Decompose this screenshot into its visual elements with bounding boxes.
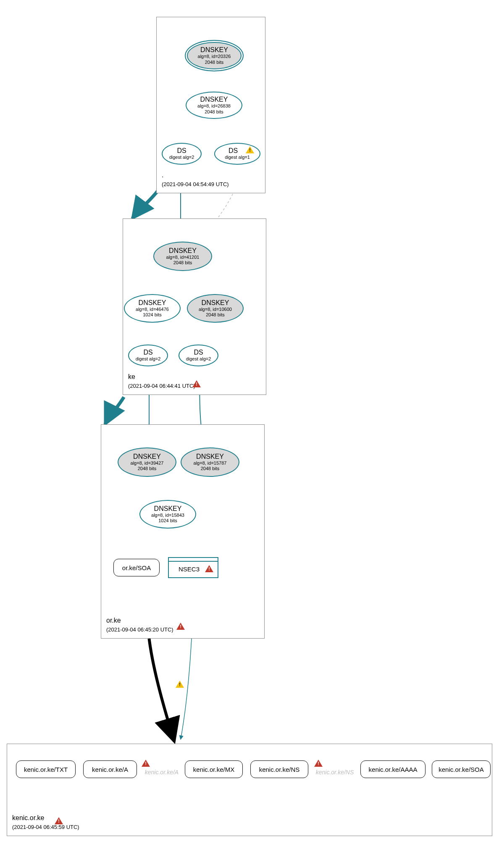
ke-dsb-title: DS	[194, 349, 203, 356]
ke-key2-l2: 2048 bits	[206, 312, 225, 318]
node-leaf-mx: kenic.or.ke/MX	[185, 760, 243, 778]
orke-ksk1-l2: 2048 bits	[138, 466, 157, 471]
ke-zsk-title: DNSKEY	[139, 299, 166, 307]
orke-ksk1-title: DNSKEY	[133, 453, 161, 460]
ke-zsk-l2: 1024 bits	[143, 312, 162, 318]
error-icon: !	[314, 760, 323, 767]
leaf-ns-label: kenic.or.ke/NS	[259, 766, 300, 773]
error-icon: !	[176, 623, 185, 630]
node-orke-soa: or.ke/SOA	[113, 559, 160, 576]
node-leaf-aaaa: kenic.or.ke/AAAA	[360, 760, 425, 778]
node-ke-ds-b: DS digest alg=2	[179, 345, 218, 366]
node-leaf-a: kenic.or.ke/A	[83, 760, 137, 778]
ke-key2-l1: alg=8, id=10600	[199, 307, 232, 312]
orke-ksk2-l1: alg=8, id=15787	[194, 460, 227, 466]
orke-zsk-l1: alg=8, id=15843	[151, 513, 184, 518]
leaf-txt-label: kenic.or.ke/TXT	[24, 766, 68, 773]
zone-orke-ts: (2021-09-04 06:45:20 UTC)	[106, 626, 173, 633]
node-ke-ds-a: DS digest alg=2	[128, 345, 168, 366]
diagram-canvas: . (2021-09-04 04:54:49 UTC) DNSKEY alg=8…	[0, 0, 499, 868]
root-ds2-l1: digest alg=2	[169, 155, 194, 160]
node-ke-zsk: DNSKEY alg=8, id=46476 1024 bits	[124, 294, 181, 323]
root-ksk-l2: 2048 bits	[205, 60, 224, 65]
zone-ke-name: ke	[128, 373, 135, 380]
root-ds1-title: DS	[228, 147, 246, 155]
orke-soa-label: or.ke/SOA	[122, 564, 151, 571]
node-ke-key2: DNSKEY alg=8, id=10600 2048 bits	[187, 294, 244, 323]
root-ds1-l1: digest alg=1	[225, 155, 250, 160]
leaf-mx-label: kenic.or.ke/MX	[193, 766, 234, 773]
leaf-soa-label: kenic.or.ke/SOA	[439, 766, 484, 773]
zone-root-name: .	[162, 171, 163, 179]
orke-ksk2-title: DNSKEY	[196, 453, 224, 460]
node-orke-zsk: DNSKEY alg=8, id=15843 1024 bits	[139, 500, 196, 529]
leaf-aaaa-label: kenic.or.ke/AAAA	[369, 766, 418, 773]
leaf-a-label: kenic.or.ke/A	[92, 766, 128, 773]
ke-ksk-l1: alg=8, id=41201	[166, 255, 200, 260]
zone-leaf-name: kenic.or.ke	[12, 814, 44, 821]
node-ke-ksk: DNSKEY alg=8, id=41201 2048 bits	[153, 242, 212, 271]
ke-ksk-title: DNSKEY	[169, 247, 197, 255]
orke-ksk2-l2: 2048 bits	[201, 466, 220, 471]
root-ksk-title: DNSKEY	[200, 46, 228, 54]
zone-orke-name: or.ke	[106, 617, 121, 624]
warning-icon: !	[246, 146, 254, 153]
zone-leaf-label: kenic.or.ke (2021-09-04 06:45:59 UTC)	[12, 813, 79, 831]
zone-root-ts: (2021-09-04 04:54:49 UTC)	[162, 181, 229, 187]
root-zsk-title: DNSKEY	[200, 96, 228, 103]
leaf-ns-ghost-label: kenic.or.ke/NS	[316, 769, 354, 776]
orke-zsk-l2: 1024 bits	[158, 518, 177, 523]
zone-root-label: . (2021-09-04 04:54:49 UTC)	[162, 171, 229, 189]
node-leaf-a-ghost: kenic.or.ke/A	[141, 768, 183, 776]
node-root-ksk: DNSKEY alg=8, id=20326 2048 bits	[185, 40, 244, 71]
zone-orke-label: or.ke (2021-09-04 06:45:20 UTC)	[106, 616, 173, 634]
ke-zsk-l1: alg=8, id=46476	[136, 307, 169, 312]
node-root-ds2: DS digest alg=2	[162, 143, 202, 165]
error-icon: !	[55, 817, 63, 824]
orke-ksk1-l1: alg=8, id=39427	[131, 460, 164, 466]
error-icon: !	[142, 760, 150, 767]
warning-icon: !	[176, 681, 184, 688]
zone-leaf-ts: (2021-09-04 06:45:59 UTC)	[12, 824, 79, 830]
node-leaf-txt: kenic.or.ke/TXT	[16, 760, 76, 778]
ke-dsb-l1: digest alg=2	[186, 356, 211, 362]
zone-ke-ts: (2021-09-04 06:44:41 UTC)	[128, 383, 195, 389]
zone-ke-label: ke (2021-09-04 06:44:41 UTC)	[128, 372, 195, 390]
node-orke-ksk1: DNSKEY alg=8, id=39427 2048 bits	[118, 447, 176, 477]
ke-dsa-title: DS	[143, 349, 152, 356]
orke-nsec3-label: NSEC3	[179, 563, 208, 573]
zone-leaf: kenic.or.ke (2021-09-04 06:45:59 UTC)	[7, 744, 492, 836]
error-icon: !	[205, 565, 213, 572]
ke-dsa-l1: digest alg=2	[136, 356, 161, 362]
leaf-a-ghost-label: kenic.or.ke/A	[145, 769, 179, 776]
error-icon: !	[192, 380, 201, 387]
node-leaf-soa: kenic.or.ke/SOA	[432, 760, 491, 778]
node-orke-ksk2: DNSKEY alg=8, id=15787 2048 bits	[181, 447, 239, 477]
root-zsk-l1: alg=8, id=26838	[197, 103, 231, 109]
root-zsk-l2: 2048 bits	[205, 109, 223, 115]
orke-zsk-title: DNSKEY	[154, 505, 182, 513]
node-root-zsk: DNSKEY alg=8, id=26838 2048 bits	[186, 92, 242, 119]
ke-key2-title: DNSKEY	[202, 299, 229, 307]
ke-ksk-l2: 2048 bits	[173, 260, 192, 266]
root-ksk-l1: alg=8, id=20326	[198, 54, 231, 59]
root-ds2-title: DS	[177, 147, 186, 155]
node-leaf-ns: kenic.or.ke/NS	[250, 760, 308, 778]
node-leaf-ns-ghost: kenic.or.ke/NS	[312, 768, 358, 776]
